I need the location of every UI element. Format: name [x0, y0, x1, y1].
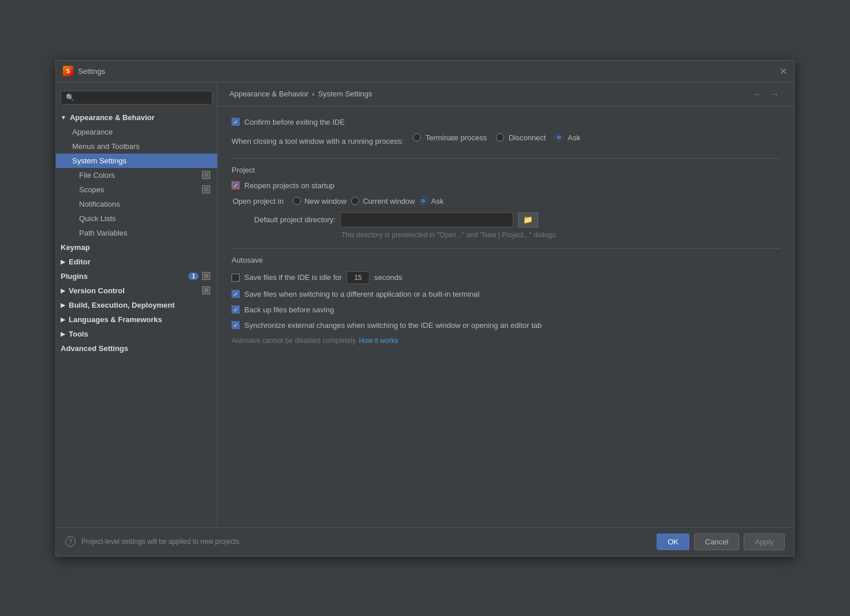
backup-checkbox[interactable] [232, 305, 240, 313]
sidebar-label: Appearance [72, 128, 113, 136]
cancel-button[interactable]: Cancel [694, 533, 739, 550]
confirm-exit-text: Confirm before exiting the IDE [244, 118, 345, 126]
sidebar-label: Path Variables [79, 229, 128, 237]
divider-autosave [232, 248, 780, 249]
save-switch-text: Save files when switching to a different… [244, 290, 479, 298]
sync-label[interactable]: Synchronize external changes when switch… [232, 321, 542, 330]
save-idle-checkbox[interactable] [232, 274, 240, 282]
backup-label[interactable]: Back up files before saving [232, 305, 334, 314]
sidebar-label: File Colors [79, 171, 115, 180]
ask-option-tool[interactable]: Ask [555, 133, 580, 142]
new-window-label: New window [304, 197, 346, 206]
ask-label-project: Ask [431, 197, 443, 206]
ask-radio-tool[interactable] [555, 133, 563, 141]
sidebar: 🔍 ▼ Appearance & Behavior Appearance Men… [56, 83, 218, 527]
ok-button[interactable]: OK [657, 533, 689, 550]
sync-text: Synchronize external changes when switch… [244, 321, 542, 330]
save-idle-post: seconds [374, 273, 402, 282]
expand-arrow-tools: ▶ [61, 331, 65, 337]
sidebar-item-keymap[interactable]: Keymap [56, 240, 217, 255]
settings-content: Confirm before exiting the IDE When clos… [218, 106, 794, 527]
expand-arrow-build: ▶ [61, 302, 65, 308]
breadcrumb: Appearance & Behavior › System Settings [229, 89, 372, 98]
sidebar-item-scopes[interactable]: Scopes ⚙ [56, 182, 217, 197]
sidebar-label: Quick Lists [79, 214, 116, 223]
sidebar-item-languages[interactable]: ▶ Languages & Frameworks [56, 312, 217, 327]
expand-arrow: ▼ [61, 114, 66, 121]
apply-button[interactable]: Apply [744, 533, 785, 550]
window-title: Settings [78, 67, 105, 76]
sidebar-item-editor[interactable]: ▶ Editor [56, 255, 217, 269]
vc-icon: ⚙ [202, 286, 210, 294]
app-icon: S [63, 66, 73, 76]
directory-browse-button[interactable]: 📁 [518, 212, 538, 227]
sidebar-item-system-settings[interactable]: System Settings [56, 154, 217, 168]
save-switch-checkbox[interactable] [232, 290, 240, 298]
tool-window-options: Terminate process Disconnect Ask [413, 133, 580, 142]
confirm-exit-row: Confirm before exiting the IDE [232, 118, 780, 126]
current-window-radio[interactable] [351, 197, 359, 205]
autosave-note-text: Autosave cannot be disabled completely. [232, 337, 357, 345]
ask-option-project[interactable]: Ask [419, 197, 443, 206]
search-input[interactable] [78, 94, 207, 102]
tool-window-label: When closing a tool window with a runnin… [232, 137, 404, 145]
terminate-option[interactable]: Terminate process [413, 133, 487, 142]
footer-hint: Project-level settings will be applied t… [81, 537, 239, 546]
open-project-row: Open project in New window Current windo… [232, 197, 780, 206]
backup-row: Back up files before saving [232, 305, 780, 314]
ask-label-tool: Ask [568, 133, 580, 142]
autosave-note: Autosave cannot be disabled completely. … [232, 337, 780, 345]
sidebar-item-file-colors[interactable]: File Colors ⚙ [56, 168, 217, 182]
save-switch-label[interactable]: Save files when switching to a different… [232, 290, 479, 298]
new-window-option[interactable]: New window [293, 197, 346, 206]
new-window-radio[interactable] [293, 197, 301, 205]
disconnect-label: Disconnect [509, 133, 546, 142]
close-button[interactable]: ✕ [780, 66, 787, 77]
sidebar-item-appearance[interactable]: Appearance [56, 125, 217, 139]
nav-buttons: ← → [750, 88, 782, 100]
search-icon: 🔍 [66, 94, 74, 102]
search-box[interactable]: 🔍 [61, 91, 212, 104]
confirm-exit-label[interactable]: Confirm before exiting the IDE [232, 118, 345, 126]
autosave-link[interactable]: How it works [359, 337, 398, 345]
ask-radio-project[interactable] [419, 197, 427, 205]
project-section-title: Project [232, 166, 780, 174]
breadcrumb-part2: System Settings [318, 89, 372, 98]
forward-button[interactable]: → [767, 88, 782, 100]
sidebar-label: Plugins [61, 272, 88, 281]
plugins-badge: 1 [188, 272, 199, 280]
sidebar-item-build[interactable]: ▶ Build, Execution, Deployment [56, 298, 217, 312]
sidebar-item-tools[interactable]: ▶ Tools [56, 327, 217, 341]
backup-text: Back up files before saving [244, 305, 334, 314]
sync-checkbox[interactable] [232, 321, 240, 329]
sidebar-item-notifications[interactable]: Notifications [56, 197, 217, 211]
sidebar-item-plugins[interactable]: Plugins 1 ⚙ [56, 269, 217, 283]
sidebar-item-version-control[interactable]: ▶ Version Control ⚙ [56, 283, 217, 298]
confirm-exit-checkbox[interactable] [232, 118, 240, 126]
terminate-radio[interactable] [413, 133, 421, 141]
reopen-projects-row: Reopen projects on startup [232, 181, 780, 190]
divider-project [232, 158, 780, 159]
reopen-projects-checkbox[interactable] [232, 181, 240, 189]
autosave-section: Autosave Save files if the IDE is idle f… [232, 256, 780, 345]
sidebar-label: Menus and Toolbars [72, 142, 140, 151]
breadcrumb-part1: Appearance & Behavior [229, 89, 308, 98]
back-button[interactable]: ← [750, 88, 765, 100]
directory-hint: This directory is preselected in "Open..… [341, 231, 780, 239]
disconnect-option[interactable]: Disconnect [496, 133, 546, 142]
idle-seconds-input[interactable] [346, 271, 370, 284]
sidebar-item-path-variables[interactable]: Path Variables [56, 226, 217, 240]
directory-input[interactable] [340, 212, 513, 227]
sidebar-label: Appearance & Behavior [70, 113, 155, 122]
reopen-projects-label[interactable]: Reopen projects on startup [232, 181, 334, 190]
sidebar-label: Languages & Frameworks [69, 315, 162, 324]
sidebar-item-advanced-settings[interactable]: Advanced Settings [56, 341, 217, 356]
sidebar-item-appearance-behavior[interactable]: ▼ Appearance & Behavior [56, 110, 217, 125]
footer: ? Project-level settings will be applied… [56, 527, 794, 556]
sidebar-item-menus-toolbars[interactable]: Menus and Toolbars [56, 139, 217, 154]
save-idle-pre: Save files if the IDE is idle for [244, 273, 342, 282]
current-window-option[interactable]: Current window [351, 197, 415, 206]
help-icon[interactable]: ? [65, 536, 76, 547]
disconnect-radio[interactable] [496, 133, 504, 141]
sidebar-item-quick-lists[interactable]: Quick Lists [56, 211, 217, 226]
